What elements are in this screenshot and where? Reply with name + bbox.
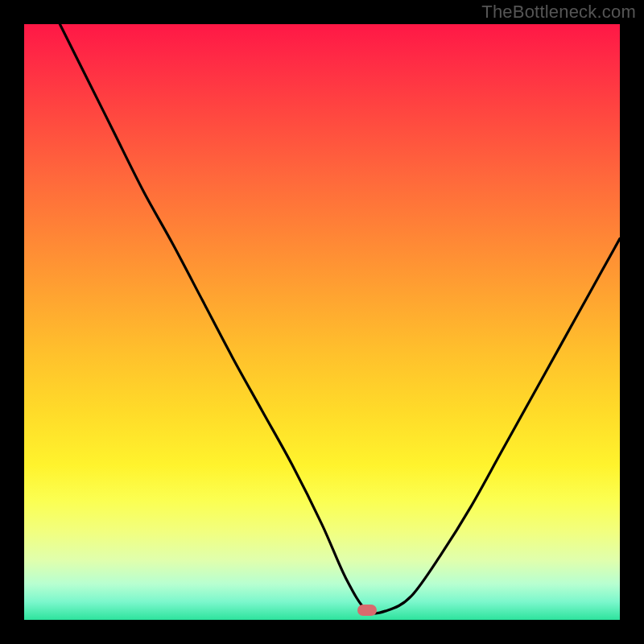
minimum-marker: [357, 605, 377, 616]
chart-frame: TheBottleneck.com: [0, 0, 644, 644]
watermark-text: TheBottleneck.com: [481, 2, 636, 23]
plot-area: [24, 24, 620, 620]
bottleneck-curve-svg: [24, 24, 620, 620]
bottleneck-curve-path: [60, 24, 620, 613]
plot-inner: [24, 24, 620, 620]
